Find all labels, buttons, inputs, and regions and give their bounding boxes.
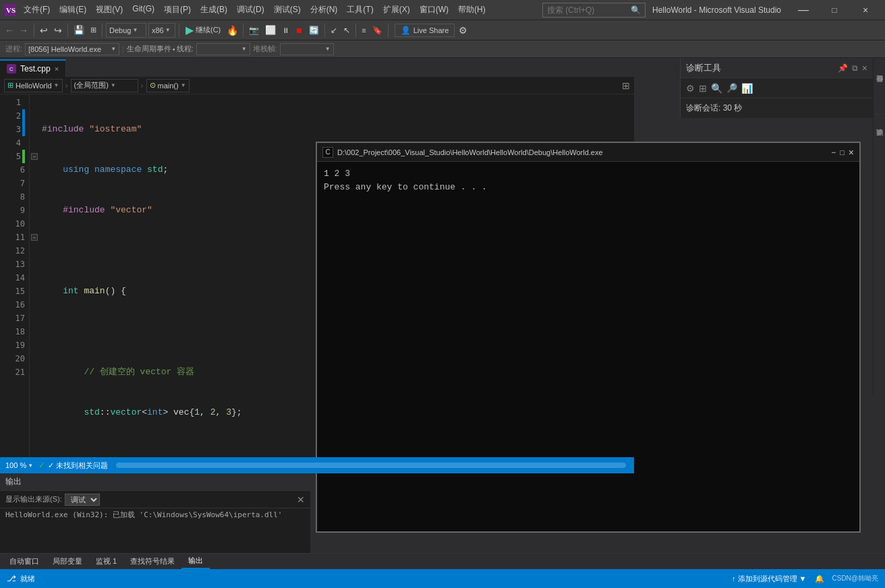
platform-dropdown[interactable]: x86 ▼: [148, 23, 175, 38]
menu-item-analyze[interactable]: 分析(N): [306, 3, 343, 17]
menu-item-extensions[interactable]: 扩展(X): [378, 3, 415, 17]
right-tab-2[interactable]: 调试诊断: [874, 115, 885, 169]
member-selector-dropdown[interactable]: ⊙ main() ▼: [146, 79, 190, 92]
diag-chart-button[interactable]: 📊: [741, 83, 753, 94]
line-num-7: 7: [0, 177, 25, 190]
add-source-control-button[interactable]: ↑ 添加到源代码管理 ▼: [732, 574, 807, 584]
stack-label: 堆栈帧:: [253, 44, 277, 54]
console-close[interactable]: ×: [849, 147, 854, 158]
menu-item-help[interactable]: 帮助(H): [453, 3, 490, 17]
hot-reload-button[interactable]: 🔥: [225, 25, 239, 36]
menu-item-git[interactable]: Git(G): [127, 3, 159, 17]
menu-item-window[interactable]: 窗口(W): [415, 3, 453, 17]
menu-item-file[interactable]: 文件(F): [19, 3, 55, 17]
scope-selector-dropdown[interactable]: (全局范围) ▼: [71, 79, 138, 92]
snapshot-button[interactable]: 📷: [247, 26, 261, 35]
diag-process-button[interactable]: ⊞: [699, 83, 707, 94]
step-out-button[interactable]: ↖: [341, 26, 352, 35]
continue-button[interactable]: ▶ 继续(C): [183, 24, 223, 36]
line-num-12: 12: [0, 244, 25, 258]
save-button[interactable]: 💾: [72, 25, 86, 35]
liveshare-label: Live Share: [413, 26, 449, 34]
member-icon: ⊙: [150, 81, 156, 90]
debug-config-arrow: ▼: [132, 27, 138, 33]
diag-settings-button[interactable]: ⚙: [686, 83, 695, 94]
debug-bottom-tabs: 自动窗口 局部变量 监视 1 查找符号结果 输出: [0, 553, 885, 569]
lifecycle-label: 生命周期事件: [127, 44, 171, 54]
menu-item-test[interactable]: 测试(S): [269, 3, 306, 17]
menu-item-debug[interactable]: 调试(D): [232, 3, 269, 17]
fold-btn-5[interactable]: −: [30, 150, 39, 163]
restart-button[interactable]: 🔄: [307, 26, 321, 35]
liveshare-button[interactable]: 👤 Live Share: [395, 24, 455, 37]
line-num-9: 9: [0, 204, 25, 217]
expand-button[interactable]: ⊞: [622, 80, 630, 91]
save-all-button[interactable]: ⊞: [88, 26, 98, 34]
menu-item-build[interactable]: 生成(B): [196, 3, 232, 17]
diag-zoom-out-button[interactable]: 🔎: [726, 83, 737, 93]
right-tab-1[interactable]: 性能分析器: [874, 61, 885, 115]
debug-tab-output[interactable]: 输出: [181, 554, 210, 569]
menu-item-view[interactable]: 视图(V): [91, 3, 127, 17]
diag-close-x[interactable]: ×: [862, 63, 867, 74]
hscroll-bar[interactable]: [116, 463, 626, 468]
class-icon: ⊞: [7, 81, 13, 90]
forward-button[interactable]: →: [17, 22, 30, 38]
stop-button[interactable]: ⏹: [293, 26, 305, 34]
diag-undock-button[interactable]: ⧉: [852, 63, 858, 73]
pause-button[interactable]: ⏸: [280, 26, 291, 34]
console-content: 1 2 3 Press any key to continue . . .: [317, 162, 859, 531]
notification-bell-button[interactable]: 🔔: [815, 575, 824, 583]
line-num-15: 15: [0, 285, 25, 298]
output-filter-select[interactable]: 调试: [65, 494, 100, 506]
line-num-5: 5: [0, 150, 25, 163]
zoom-control[interactable]: 100 % ▼: [5, 461, 33, 469]
debug-tab-watch[interactable]: 监视 1: [89, 554, 123, 569]
diag-zoom-in-button[interactable]: 🔍: [711, 83, 722, 94]
stack-dropdown[interactable]: ▼: [280, 43, 334, 55]
search-icon: 🔍: [631, 5, 641, 15]
output-panel: 输出 显示输出来源(S): 调试 ✕ HelloWorld.exe (Win32…: [0, 472, 310, 553]
diag-pin-button[interactable]: 📌: [838, 63, 848, 73]
output-clear-button[interactable]: ✕: [297, 494, 305, 505]
toolbar-separator-6: [324, 24, 325, 37]
line-num-19: 19: [0, 339, 25, 352]
debug-tab-auto[interactable]: 自动窗口: [3, 554, 46, 569]
step-over-button[interactable]: ⬜: [263, 25, 278, 35]
toolbar-separator-7: [355, 24, 356, 37]
debug-config-label: Debug: [109, 26, 131, 34]
search-input[interactable]: [547, 5, 628, 15]
line-num-10: 10: [0, 217, 25, 231]
maximize-button[interactable]: □: [819, 0, 850, 20]
class-selector-dropdown[interactable]: ⊞ HelloWorld ▼: [4, 79, 63, 92]
close-button[interactable]: ×: [850, 0, 881, 20]
bookmark-button[interactable]: 🔖: [370, 26, 384, 35]
menu-item-edit[interactable]: 编辑(E): [55, 3, 91, 17]
step-into-button[interactable]: ↙: [329, 26, 339, 35]
collab-icon-button[interactable]: ⚙: [457, 25, 469, 36]
lifecycle-button[interactable]: 生命周期事件 • 线程:: [127, 44, 194, 54]
minimize-button[interactable]: —: [788, 0, 819, 20]
search-area: 🔍: [542, 3, 646, 18]
process-dropdown[interactable]: [8056] HelloWorld.exe ▼: [25, 43, 119, 55]
thread-dropdown[interactable]: ▼: [196, 43, 250, 55]
back-button[interactable]: ←: [3, 22, 16, 38]
error-indicator[interactable]: ✓ ✓ 未找到相关问题: [38, 461, 108, 471]
right-status-area: ↑ 添加到源代码管理 ▼ 🔔 CSDN@韩呦亮: [732, 574, 878, 584]
menu-item-tools[interactable]: 工具(T): [342, 3, 378, 17]
debug-config-dropdown[interactable]: Debug ▼: [106, 23, 146, 38]
main-toolbar: ← → ↩ ↪ 💾 ⊞ Debug ▼ x86 ▼ ▶ 继续(C) 🔥 📷 ⬜ …: [0, 20, 885, 40]
console-maximize[interactable]: □: [840, 148, 845, 156]
debug-tab-find-symbol[interactable]: 查找符号结果: [123, 554, 181, 569]
undo-button[interactable]: ↩: [38, 25, 50, 36]
console-minimize[interactable]: −: [831, 148, 836, 157]
tab-close-icon[interactable]: ×: [55, 65, 59, 73]
editor-tab-test-cpp[interactable]: C Test.cpp ×: [0, 59, 66, 77]
menu-item-project[interactable]: 项目(P): [159, 3, 196, 17]
debug-tab-locals[interactable]: 局部变量: [46, 554, 89, 569]
ready-status: 就绪: [20, 574, 35, 584]
format-button[interactable]: ≡: [360, 26, 368, 34]
output-filter-row: 显示输出来源(S): 调试 ✕: [0, 491, 310, 508]
redo-button[interactable]: ↪: [52, 25, 64, 36]
fold-btn-11[interactable]: −: [30, 231, 39, 244]
